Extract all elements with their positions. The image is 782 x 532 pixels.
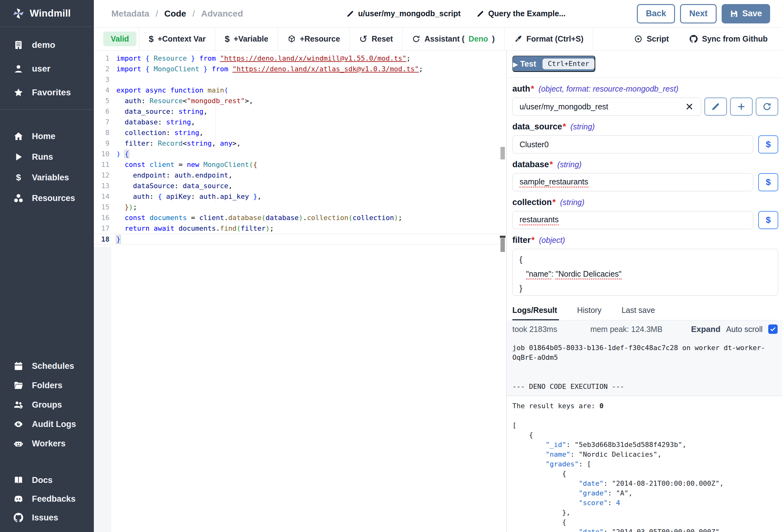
sidebar-item-folders[interactable]: Folders [0,376,94,395]
code-editor[interactable]: 1import { Resource } from "https://deno.… [94,51,506,532]
sidebar-item-issues[interactable]: Issues [0,508,94,527]
toolbar-resource[interactable]: +Resource [278,28,350,50]
filter-json-input[interactable]: { "name": "Nordic Delicacies"} [512,249,778,296]
sidebar-item-label: user [32,64,50,74]
refresh-resource-button[interactable] [756,98,778,116]
data-source-field-label: data_source* (string) [512,122,778,131]
code-line-1[interactable]: 1import { Resource } from "https://deno.… [94,53,506,64]
autoscroll-checkbox[interactable] [768,325,778,334]
run-panel: ▶ Test Ctrl+Enter auth* (object, format:… [507,51,782,532]
sidebar-item-label: Workers [32,439,66,449]
code-line-17[interactable]: 17 return await documents.find(filter); [94,223,506,234]
code-line-7[interactable]: 7 database: string, [94,117,506,127]
breadcrumb: Metadata / Code / Advanced [111,9,243,19]
add-resource-button[interactable] [730,98,753,116]
code-line-5[interactable]: 5 auth: Resource<"mongodb_rest">, [94,96,506,106]
line-number: 18 [94,234,116,244]
toolbar-variable[interactable]: $+Variable [215,28,278,50]
app-brand[interactable]: Windmill [0,0,94,27]
editor-scrollbar-thumb[interactable] [500,147,505,159]
folder-icon [13,380,24,390]
sidebar-item-feedbacks[interactable]: Feedbacks [0,490,94,508]
valid-status-badge: Valid [103,32,136,46]
sidebar-item-label: demo [32,40,56,50]
line-number: 11 [94,159,116,170]
tab-history[interactable]: History [577,304,603,320]
assistant-icon [412,35,420,43]
run-duration: took 2183ms [512,325,557,334]
sidebar-item-schedules[interactable]: Schedules [0,356,94,376]
dollar-icon: $ [224,35,229,43]
collection-variable-button[interactable]: $ [758,211,778,229]
sidebar-item-home[interactable]: Home [0,126,94,147]
sidebar-item-demo[interactable]: demo [0,33,94,57]
home-icon [13,131,24,141]
data-source-input[interactable]: Cluster0 [512,135,753,153]
toolbar-sync-from-github[interactable]: Sync from Github [689,34,768,43]
sidebar-item-favorites[interactable]: Favorites [0,81,94,104]
auth-resource-input[interactable]: u/user/my_mongodb_rest [512,98,701,116]
save-button[interactable]: Save [722,4,770,24]
result-output[interactable]: The result keys are: 0 [ { "_id": "5eb3d… [512,396,778,532]
sidebar-item-user[interactable]: user [0,57,94,81]
expand-button[interactable]: Expand [691,325,720,334]
clear-auth-icon[interactable] [685,102,694,111]
filter-field-label: filter* (object) [512,235,778,245]
line-number: 17 [94,223,116,234]
script-summary[interactable]: Query the Example... [476,9,566,18]
line-number: 7 [94,117,116,127]
code-line-8[interactable]: 8 collection: string, [94,127,506,138]
tab-last-save[interactable]: Last save [621,304,657,320]
autoscroll-label: Auto scroll [726,325,762,334]
code-line-3[interactable]: 3 [94,74,506,85]
toolbar-script[interactable]: Script [634,34,669,43]
sidebar-item-variables[interactable]: $Variables [0,167,94,188]
collection-input[interactable]: restaurants [512,211,753,229]
code-line-6[interactable]: 6 data_source: string, [94,106,506,117]
code-line-11[interactable]: 11 const client = new MongoClient({ [94,159,506,170]
top-header: Metadata / Code / Advanced u/user/my_mon… [94,0,782,28]
tab-code[interactable]: Code [164,9,186,19]
dollar-icon: $ [13,173,24,183]
toolbar-format-ctrl-s[interactable]: Format (Ctrl+S) [504,28,593,50]
code-line-2[interactable]: 2import { MongoClient } from "https://de… [94,64,506,74]
edit-summary-icon [476,10,485,18]
edit-resource-button[interactable] [704,98,727,116]
line-number: 4 [94,85,116,96]
sidebar-item-runs[interactable]: Runs [0,147,94,167]
sidebar-item-docs[interactable]: Docs [0,471,94,490]
log-output[interactable]: job 01864b05-8033-b136-1def-f30c48ac7c28… [507,338,782,396]
data-source-variable-button[interactable]: $ [758,135,778,153]
back-button[interactable]: Back [637,4,675,24]
code-line-4[interactable]: 4export async function main( [94,85,506,96]
line-number: 10 [94,149,116,159]
code-line-9[interactable]: 9 filter: Record<string, any>, [94,138,506,149]
toolbar-assistant[interactable]: Assistant (Deno) [402,28,504,50]
sidebar-item-audit-logs[interactable]: Audit Logs [0,415,94,434]
code-line-10[interactable]: 10) { [94,149,506,159]
code-line-16[interactable]: 16 const documents = client.database(dat… [94,213,506,223]
code-line-14[interactable]: 14 auth: { apiKey: auth.api_key }, [94,191,506,202]
code-line-12[interactable]: 12 endpoint: auth.endpoint, [94,170,506,181]
test-button[interactable]: ▶ Test Ctrl+Enter [512,55,595,72]
line-number: 6 [94,106,116,117]
toolbar-reset[interactable]: ↺Reset [349,28,402,50]
database-input[interactable]: sample_restaurants [512,173,753,191]
script-path[interactable]: u/user/my_mongodb_script [346,9,461,18]
sidebar-item-resources[interactable]: Resources [0,188,94,208]
next-button[interactable]: Next [680,4,717,24]
users-icon [13,400,24,410]
code-line-15[interactable]: 15 }); [94,202,506,213]
code-line-13[interactable]: 13 dataSource: data_source, [94,181,506,191]
book-icon [13,475,24,485]
tab-metadata[interactable]: Metadata [111,9,149,19]
save-icon [730,9,739,18]
tab-advanced[interactable]: Advanced [201,9,243,19]
tab-logs-result[interactable]: Logs/Result [512,304,559,320]
toolbar-context-var[interactable]: $+Context Var [139,28,215,50]
code-line-18[interactable]: 18} [94,234,506,244]
sidebar-item-workers[interactable]: Workers [0,434,94,453]
database-variable-button[interactable]: $ [758,173,778,191]
editor-scrollbar-thumb[interactable] [500,238,505,252]
sidebar-item-groups[interactable]: Groups [0,395,94,415]
